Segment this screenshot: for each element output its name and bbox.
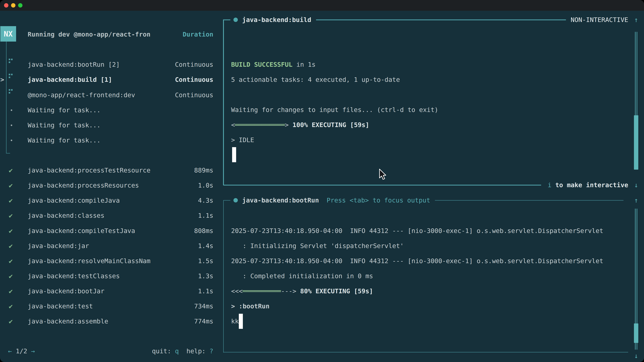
scroll-down-arrow-icon[interactable]: ↓ [632,181,640,189]
terminal-cursor [239,314,243,329]
page-prev-arrow-icon[interactable]: ← [8,348,12,355]
task-row-completed[interactable]: ✔ java-backend:compileTestJava 808ms [0,223,223,238]
quit-label: quit: [152,348,175,355]
close-button[interactable] [4,3,8,7]
header-line [316,19,566,20]
task-status: Continuous [175,57,213,72]
duration-column-header: Duration [183,27,213,42]
task-status: Continuous [175,72,213,87]
idle-line: > IDLE [231,132,254,147]
page-indicator: 1/2 [12,348,31,355]
scroll-up-arrow-icon[interactable]: ↑ [632,16,640,24]
scrollbar-thumb[interactable] [634,324,638,343]
mode-label: NON-INTERACTIVE [571,16,628,23]
task-duration: 774ms [194,314,213,329]
task-row-completed[interactable]: ✔ java-backend:test 734ms [0,299,223,314]
gradle-progress-line: <═════════════> 100% EXECUTING [59s] [231,117,369,132]
progress-open: < [231,121,235,129]
scrollbar-thumb[interactable] [634,115,638,170]
minimize-button[interactable] [11,3,16,7]
titlebar [0,0,644,11]
scroll-down-arrow-icon[interactable]: ↓ [632,348,640,362]
progress-label: 100% EXECUTING [59s] [289,121,369,129]
zoom-button[interactable] [18,3,22,7]
task-row-waiting[interactable]: Waiting for task... [0,103,223,118]
progress-open: <<< [231,287,243,295]
check-icon: ✔ [9,163,19,178]
task-row-waiting[interactable]: Waiting for task... [0,118,223,133]
task-name: java-backend:bootJar [28,284,104,299]
task-row-build-selected[interactable]: > java-backend:build [1] Continuous [0,72,223,87]
task-name: java-backend:compileJava [28,193,120,208]
help-label: help: [186,348,210,355]
build-panel-footer: i to make interactive ↓ [224,177,640,193]
check-icon: ✔ [9,238,19,253]
task-row-completed[interactable]: ✔ java-backend:jar 1.4s [0,238,223,253]
log-line: 2025-07-23T13:40:18.950-04:00 INFO 44312… [231,253,603,269]
hint-gap [179,348,186,355]
task-row-waiting[interactable]: Waiting for task... [0,133,223,148]
build-duration-suffix: in 1s [292,61,316,68]
check-icon: ✔ [9,269,19,284]
header-line [224,19,230,20]
task-name: java-backend:assemble [28,314,108,329]
task-duration: 1.1s [198,208,213,223]
scroll-up-arrow-icon[interactable]: ↑ [632,196,640,204]
task-status-bullet-icon [234,198,238,202]
task-name: java-backend:processResources [28,178,139,193]
task-row-completed[interactable]: ✔ java-backend:classes 1.1s [0,208,223,223]
task-row-completed[interactable]: ✔ java-backend:testClasses 1.3s [0,269,223,284]
task-row-bootrun[interactable]: java-backend:bootRun [2] Continuous [0,57,223,72]
build-panel-header[interactable]: java-backend:build NON-INTERACTIVE ↑ [224,12,640,27]
pagination: ← 1/2 → [8,344,35,359]
task-name: java-backend:testClasses [28,269,120,284]
task-tree-guide-corner [6,153,10,153]
task-row-completed[interactable]: ✔ java-backend:processResources 1.0s [0,178,223,193]
task-name: java-backend:resolveMainClassNam [28,253,150,269]
terminal-window: NX Running dev @mono-app/react-fron Dura… [0,0,644,362]
task-name: java-backend:classes [28,208,104,223]
task-row-completed[interactable]: ✔ java-backend:bootJar 1.1s [0,284,223,299]
interactive-key[interactable]: i [548,181,552,189]
task-name: Waiting for task... [28,103,100,118]
interactive-hint: i to make interactive [548,181,628,189]
task-name: java-backend:compileTestJava [28,223,135,238]
bootrun-panel-header[interactable]: java-backend:bootRun Press <tab> to focu… [224,193,640,208]
task-name: Waiting for task... [28,118,100,133]
waiting-dot-icon [11,109,12,111]
footer-line [224,185,541,186]
keyboard-hints: quit: q help: ? [152,344,213,359]
task-row-completed[interactable]: ✔ java-backend:assemble 774ms [0,314,223,329]
spinner-icon [9,74,13,79]
task-row-completed[interactable]: ✔ java-backend:compileJava 4.3s [0,193,223,208]
task-status: Continuous [175,87,213,103]
progress-label: 80% EXECUTING [59s] [296,287,373,295]
task-duration: 808ms [194,223,213,238]
gradle-progress-line: <<<══════════---> 80% EXECUTING [59s] [231,284,373,299]
help-key[interactable]: ? [210,348,213,355]
check-icon: ✔ [9,178,19,193]
task-row-completed[interactable]: ✔ java-backend:processTestResource 889ms [0,163,223,178]
task-row-frontend-dev[interactable]: @mono-app/react-frontend:dev Continuous [0,87,223,103]
spinner-icon [9,59,13,64]
task-duration: 1.3s [198,269,213,284]
waiting-line: Waiting for changes to input files... (c… [231,102,438,117]
task-name: java-backend:build [1] [28,72,112,87]
log-line: 2025-07-23T13:40:18.950-04:00 INFO 44312… [231,223,603,238]
page-next-arrow-icon[interactable]: → [31,348,35,355]
task-name: java-backend:processTestResource [28,163,150,178]
header-line [435,200,624,201]
waiting-dot-icon [11,124,12,126]
task-name: @mono-app/react-frontend:dev [28,87,135,103]
quit-key[interactable]: q [175,348,179,355]
task-duration: 889ms [194,163,213,178]
task-status-bullet-icon [234,17,238,22]
task-name: java-backend:bootRun [2] [28,57,120,72]
build-panel-title: java-backend:build [242,16,311,23]
terminal-cursor [232,147,236,162]
input-line[interactable]: kk [231,314,239,329]
tasks-summary-line: 5 actionable tasks: 4 executed, 1 up-to-… [231,72,400,87]
header-line [224,200,230,201]
check-icon: ✔ [9,314,19,329]
task-row-completed[interactable]: ✔ java-backend:resolveMainClassNam 1.5s [0,253,223,269]
